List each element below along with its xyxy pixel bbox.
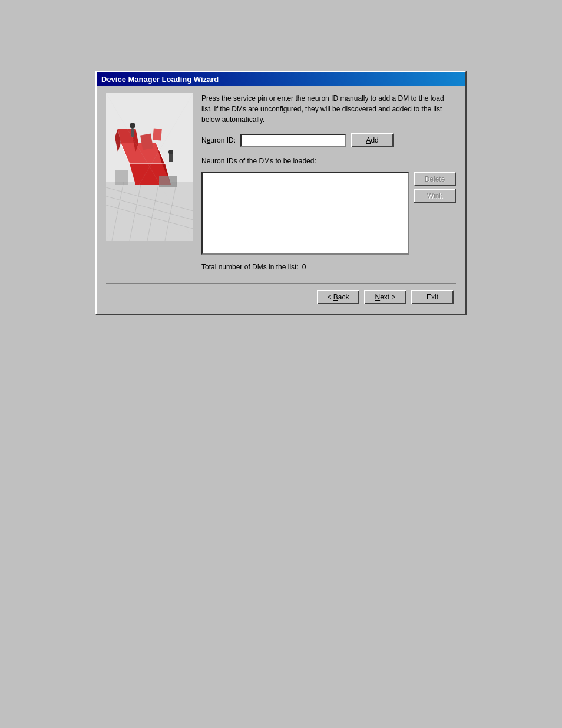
svg-rect-1 [106,182,193,241]
svg-rect-25 [115,170,128,185]
back-button-label: < Back [327,293,349,301]
dialog-title: Device Manager Loading Wizard [101,75,219,84]
dialog-window: Device Manager Loading Wizard [95,71,467,315]
svg-rect-20 [169,154,173,162]
exit-button-label: Exit [427,293,438,301]
svg-point-19 [168,150,173,154]
next-button[interactable]: Next > [364,290,406,304]
list-label: Neuron IDs of the DMs to be loaded: [201,157,456,165]
list-buttons: Delete Wink [414,172,456,255]
back-button[interactable]: < Back [317,290,359,304]
total-label: Total number of DMs in the list: [201,263,299,271]
list-label-text: Neuron IDs of the DMs to be loaded: [201,157,316,165]
svg-rect-16 [153,128,162,140]
wink-button-label: Wink [427,192,443,200]
total-count-row: Total number of DMs in the list: 0 [201,263,456,271]
neuron-id-row: Neuron ID: Add [201,133,456,147]
wink-button[interactable]: Wink [414,189,456,203]
neuron-label-text: Neuron ID: [201,136,236,144]
neuron-id-input[interactable] [240,134,346,147]
neuron-id-label: Neuron ID: [201,136,236,144]
neuron-list[interactable] [201,172,409,255]
dialog-content: Press the service pin or enter the neuro… [97,86,465,314]
add-button-label: Add [366,136,378,144]
bottom-buttons: < Back Next > Exit [106,290,456,307]
description-text: Press the service pin or enter the neuro… [201,93,456,125]
main-area: Press the service pin or enter the neuro… [106,93,456,271]
next-button-label: Next > [375,293,395,301]
right-panel: Press the service pin or enter the neuro… [201,93,456,271]
title-bar: Device Manager Loading Wizard [97,72,465,86]
list-and-buttons: Delete Wink [201,172,456,255]
add-button[interactable]: Add [351,133,394,147]
delete-button-label: Delete [425,175,445,183]
svg-rect-18 [131,129,134,137]
divider [106,283,456,284]
total-count: 0 [302,263,306,271]
wizard-image [106,93,193,241]
exit-button[interactable]: Exit [411,290,454,304]
svg-rect-24 [159,176,177,187]
delete-button[interactable]: Delete [414,172,456,186]
svg-point-17 [130,123,135,129]
